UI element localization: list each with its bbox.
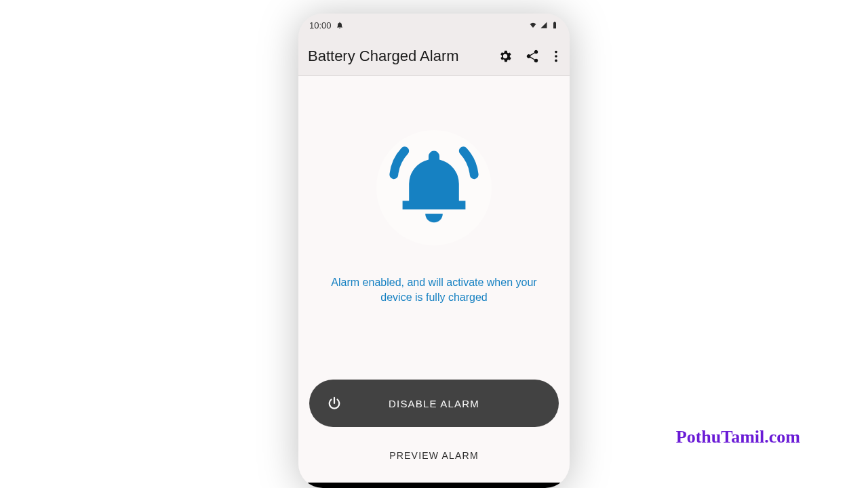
alarm-status-text: Alarm enabled, and will activate when yo…	[319, 275, 549, 304]
bottom-strip	[298, 483, 570, 488]
watermark-text: PothuTamil.com	[676, 427, 800, 447]
gear-icon[interactable]	[498, 49, 513, 64]
svg-point-0	[555, 50, 557, 53]
content: Alarm enabled, and will activate when yo…	[298, 76, 570, 483]
svg-point-2	[555, 59, 557, 62]
battery-icon	[551, 21, 559, 29]
disable-alarm-button[interactable]: DISABLE ALARM	[309, 380, 559, 427]
power-icon	[327, 396, 342, 411]
share-icon[interactable]	[525, 49, 540, 64]
preview-alarm-label: PREVIEW ALARM	[389, 450, 479, 461]
appbar: Battery Charged Alarm	[298, 37, 570, 76]
statusbar: 10:00	[298, 14, 570, 37]
disable-alarm-label: DISABLE ALARM	[389, 398, 479, 409]
phone-frame: 10:00	[298, 14, 570, 488]
wifi-icon	[529, 21, 537, 29]
more-vert-icon[interactable]	[552, 49, 560, 64]
alarm-state-graphic	[376, 130, 492, 245]
bell-ringing-icon	[380, 134, 488, 242]
notification-bell-icon	[336, 21, 344, 29]
preview-alarm-button[interactable]: PREVIEW ALARM	[309, 439, 559, 472]
svg-point-1	[555, 55, 557, 58]
cellular-icon	[540, 21, 548, 29]
appbar-title: Battery Charged Alarm	[308, 47, 459, 65]
status-time: 10:00	[309, 20, 332, 30]
